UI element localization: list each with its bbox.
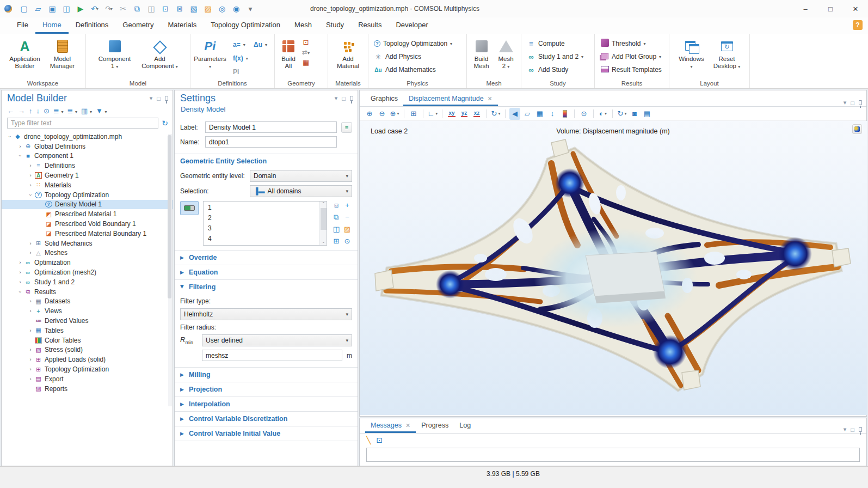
tree-item-geometry-1[interactable]: ›AGeometry 1: [2, 170, 173, 180]
menu-developer[interactable]: Developer: [389, 17, 435, 34]
section-override[interactable]: ▶Override: [175, 250, 358, 265]
tree-item-results[interactable]: ›⧉Results: [2, 287, 173, 297]
clear-selection-icon[interactable]: ▨: [201, 2, 214, 15]
parameter-case-button[interactable]: Pi: [230, 65, 250, 78]
component-button[interactable]: Component 1 ▾: [93, 37, 137, 71]
tree-expander-icon[interactable]: ›: [28, 182, 33, 188]
section-control-variable-initial-value[interactable]: ▶Control Variable Initial Value: [175, 426, 358, 441]
close-tab-icon[interactable]: ✕: [488, 95, 493, 102]
section-milling[interactable]: ▶Milling: [175, 367, 358, 382]
tree-item-solid-mechanics[interactable]: ›⊞Solid Mechanics: [2, 239, 173, 248]
add-component-button[interactable]: Add Component ▾: [137, 37, 183, 71]
float-panel-icon[interactable]: □: [851, 100, 854, 106]
minimize-button[interactable]: –: [793, 0, 818, 17]
zoom-in-icon[interactable]: ⊕: [364, 108, 375, 120]
functions-button[interactable]: f(x)▾: [230, 52, 250, 65]
selection-select[interactable]: ▐▬ All domains▾: [250, 185, 352, 197]
search-model-icon[interactable]: ◉: [230, 2, 243, 15]
view-lock-icon[interactable]: ⊙: [578, 108, 589, 120]
tree-item-views[interactable]: ›+Views: [2, 306, 173, 316]
menu-topology-optimization[interactable]: Topology Optimization: [204, 17, 287, 34]
selection-list-scrollbar[interactable]: [319, 202, 327, 245]
tree-item-topology-optimization[interactable]: ›?Topology Optimization: [2, 190, 173, 200]
tree-item-component-1[interactable]: ›■Component 1: [2, 151, 173, 161]
model-manager-button[interactable]: Model Manager: [45, 37, 81, 71]
tree-item-tables[interactable]: ›▦Tables: [2, 326, 173, 335]
float-panel-icon[interactable]: □: [851, 426, 854, 433]
import-geometry-icon[interactable]: ⊡: [303, 38, 309, 46]
tree-expander-icon[interactable]: ›: [28, 192, 33, 198]
paste-icon[interactable]: ◫: [331, 225, 341, 236]
tree-item-color-tables[interactable]: Color Tables: [2, 335, 173, 345]
close-button[interactable]: ✕: [843, 0, 868, 17]
selection-list-item[interactable]: 4: [204, 234, 327, 244]
toolbar-options-icon[interactable]: ▾: [244, 2, 257, 15]
environment-icon[interactable]: ◐▾: [598, 108, 608, 120]
tree-expander-icon[interactable]: ›: [28, 308, 33, 314]
section-control-variable-discretization[interactable]: ▶Control Variable Discretization: [175, 411, 358, 426]
menu-mesh[interactable]: Mesh: [287, 17, 319, 34]
tree-expander-icon[interactable]: ›: [28, 250, 33, 255]
tree-item-reports[interactable]: ▨Reports: [2, 384, 173, 394]
section-projection[interactable]: ▶Projection: [175, 382, 358, 396]
filter-radius-mode-select[interactable]: User defined▾: [202, 334, 352, 346]
menu-home[interactable]: Home: [35, 17, 69, 34]
parameters-button[interactable]: Pi Parameters▾: [190, 37, 230, 79]
tree-expander-icon[interactable]: ›: [28, 173, 33, 178]
tree-item-global-definitions[interactable]: ›⊕Global Definitions: [2, 142, 173, 151]
tree-expander-icon[interactable]: ›: [17, 260, 23, 265]
filter-radius-input[interactable]: [202, 350, 342, 361]
add-material-button[interactable]: Add Material: [331, 37, 365, 71]
messages-tab-progress[interactable]: Progress: [416, 419, 454, 433]
go-to-view-icon[interactable]: ∟▾: [427, 108, 438, 120]
label-input[interactable]: [205, 121, 337, 133]
show-icon[interactable]: ⊙: [44, 107, 50, 115]
tree-item-density-model-1[interactable]: ?Density Model 1: [2, 200, 173, 210]
back-icon[interactable]: ←: [7, 107, 14, 115]
panel-menu-icon[interactable]: ▾: [844, 99, 847, 106]
remove-icon[interactable]: −: [342, 213, 352, 224]
nonlocal-couplings-button[interactable]: Δu▾: [250, 38, 271, 51]
application-builder-button[interactable]: A Application Builder: [5, 37, 45, 71]
tree-expander-icon[interactable]: ›: [17, 144, 23, 149]
maximize-button[interactable]: □: [818, 0, 843, 17]
new-file-icon[interactable]: ▢: [17, 2, 30, 15]
selection-list-item[interactable]: 3: [204, 223, 327, 234]
tree-expander-icon[interactable]: ›: [28, 357, 33, 362]
zoom-extents-icon[interactable]: ⊞: [408, 108, 419, 120]
add-icon[interactable]: +: [342, 201, 352, 212]
deformation-icon[interactable]: ↕: [547, 108, 558, 120]
threshold-button[interactable]: Threshold▾: [597, 37, 667, 50]
view-yz-icon[interactable]: yz: [459, 108, 470, 120]
messages-tab-messages[interactable]: Messages✕: [365, 419, 416, 433]
sync-geometry-icon[interactable]: ⇄▾: [302, 48, 310, 56]
tree-expander-icon[interactable]: ›: [28, 347, 33, 352]
grid-icon[interactable]: ▦: [534, 108, 545, 120]
tree-expander-icon[interactable]: ›: [7, 134, 13, 139]
print-icon[interactable]: ▤: [642, 108, 652, 120]
tree-item-applied-loads-solid-[interactable]: ›⊞Applied Loads (solid): [2, 355, 173, 364]
delete-icon[interactable]: ⊠: [173, 2, 186, 15]
tree-scrollbar[interactable]: [168, 134, 172, 406]
add-study-button[interactable]: ∞ Add Study: [524, 63, 592, 76]
open-icon[interactable]: ▱: [32, 2, 45, 15]
tree-expander-icon[interactable]: ›: [17, 279, 23, 285]
physics-interface-button[interactable]: ? Topology Optimization▾: [371, 37, 464, 50]
pin-icon[interactable]: [165, 96, 168, 101]
tree-expander-icon[interactable]: ›: [17, 289, 23, 295]
tree-filter-input[interactable]: [7, 118, 158, 129]
copy-icon[interactable]: ⧉: [331, 213, 341, 224]
open-in-window-icon[interactable]: ⊡: [376, 436, 383, 444]
tree-item-prescribed-void-boundary-1[interactable]: ◪Prescribed Void Boundary 1: [2, 219, 173, 229]
tree-item-export[interactable]: ›▤Export: [2, 374, 173, 384]
forward-icon[interactable]: →: [18, 107, 25, 115]
move-up-icon[interactable]: ↑: [29, 107, 33, 115]
add-physics-button[interactable]: ✳ Add Physics: [371, 50, 464, 63]
section-interpolation[interactable]: ▶Interpolation: [175, 396, 358, 411]
scene-light-icon[interactable]: ◀: [509, 108, 520, 120]
name-input[interactable]: [205, 136, 337, 148]
copy-icon[interactable]: ⧉: [131, 2, 144, 15]
graphics-tab-displacement-magnitude[interactable]: Displacement Magnitude✕: [403, 92, 498, 106]
menu-materials[interactable]: Materials: [161, 17, 204, 34]
windows-button[interactable]: Windows▾: [674, 37, 709, 71]
